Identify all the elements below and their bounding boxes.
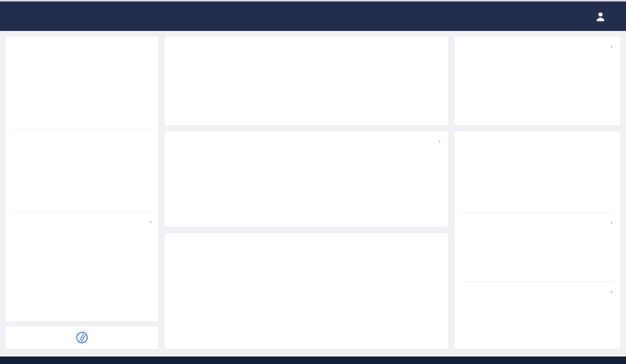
view-more-link[interactable]: › [148, 218, 152, 225]
chevron-right-icon: › [610, 219, 612, 226]
chevron-right-icon: › [610, 43, 612, 50]
view-more-link[interactable]: › [609, 43, 612, 50]
footer-strip [0, 357, 626, 364]
dashboard-body: › [0, 31, 626, 355]
salary-card [164, 232, 449, 350]
salary-bar-chart [172, 242, 442, 341]
company-nature-section [454, 131, 620, 213]
user-icon [595, 11, 606, 22]
origin-section: › [454, 213, 620, 282]
left-panel-card: › [5, 36, 159, 322]
top-nav [0, 1, 626, 31]
biyeshen-logo-icon [76, 331, 88, 344]
company-size-section [6, 129, 158, 211]
geo-card: › › [454, 131, 621, 350]
interest-section [6, 36, 158, 129]
overview-card [164, 36, 449, 126]
brand [0, 1, 111, 31]
company-nature-donut-chart [454, 144, 556, 212]
realtime-card: › [164, 131, 449, 227]
view-more-link[interactable]: › [609, 288, 612, 295]
chevron-right-icon: › [438, 138, 440, 145]
user-menu[interactable] [595, 1, 626, 31]
work-location-section: › [454, 282, 620, 350]
chevron-right-icon: › [610, 288, 612, 295]
major-participation-section: › [6, 212, 158, 322]
tech-support-card [5, 326, 159, 350]
view-more-link[interactable]: › [609, 219, 612, 226]
company-size-donut-chart [6, 147, 102, 211]
view-more-link[interactable]: › [437, 138, 440, 145]
work-location-donut-chart [460, 287, 566, 350]
origin-donut-chart [462, 217, 568, 281]
interest-list [12, 50, 152, 112]
chevron-right-icon: › [150, 218, 152, 225]
position-heat-card: › [454, 36, 621, 126]
